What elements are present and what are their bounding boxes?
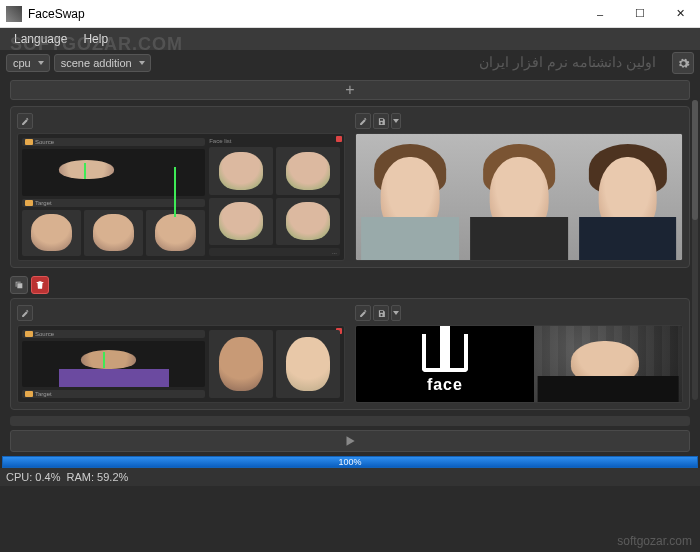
minimize-button[interactable]: – — [580, 0, 620, 27]
save-result-button-1[interactable] — [373, 113, 389, 129]
statusbar: CPU: 0.4% RAM: 59.2% — [0, 468, 700, 486]
edit-icon — [359, 117, 368, 126]
source-subpanel-wrap-2: Source Target — [17, 305, 345, 403]
result-toolbar-1 — [355, 113, 683, 129]
cpu-value: 0.4% — [35, 471, 60, 483]
save-result-button-2[interactable] — [373, 305, 389, 321]
result-subpanel-wrap-1 — [355, 113, 683, 261]
maximize-button[interactable]: ☐ — [620, 0, 660, 27]
folder-icon — [25, 200, 33, 206]
titlebar: FaceSwap – ☐ ✕ — [0, 0, 700, 28]
result-toolbar-2 — [355, 305, 683, 321]
result-subpanel-wrap-2: face — [355, 305, 683, 403]
watermark-corner: softgozar.com — [617, 534, 692, 548]
ram-label: RAM: — [67, 471, 95, 483]
window-title: FaceSwap — [28, 7, 580, 21]
source-toolbar-1 — [17, 113, 345, 129]
save-options-dropdown-1[interactable] — [391, 113, 401, 129]
source-panel-1[interactable]: Source Target Face list — [17, 133, 345, 261]
result-image-1 — [356, 134, 682, 260]
scene-panel-2-wrapper: Source Target — [10, 276, 690, 410]
horizontal-scrollbar[interactable] — [10, 416, 690, 426]
edit-icon — [359, 309, 368, 318]
add-row-button[interactable]: + — [10, 80, 690, 100]
source-toolbar-2 — [17, 305, 345, 321]
ram-value: 59.2% — [97, 471, 128, 483]
scene-panel-1-wrapper: Source Target Face list — [10, 104, 690, 268]
result-image-2: face — [356, 326, 682, 402]
app-icon — [6, 6, 22, 22]
scene-panel-1: Source Target Face list — [10, 106, 690, 268]
save-options-dropdown-2[interactable] — [391, 305, 401, 321]
result-panel-1[interactable] — [355, 133, 683, 261]
save-icon — [377, 117, 386, 126]
gear-icon — [677, 57, 690, 70]
edit-result-button-1[interactable] — [355, 113, 371, 129]
window-controls: – ☐ ✕ — [580, 0, 700, 27]
settings-button[interactable] — [672, 52, 694, 74]
logo-text: face — [427, 376, 463, 394]
menubar: Language Help — [0, 28, 700, 50]
cpu-label: CPU: — [6, 471, 32, 483]
device-dropdown[interactable]: cpu — [6, 54, 50, 72]
menu-help[interactable]: Help — [75, 29, 116, 49]
result-panel-2[interactable]: face — [355, 325, 683, 403]
edit-source-button-1[interactable] — [17, 113, 33, 129]
main-content: Source Target Face list — [0, 104, 700, 410]
plus-icon: + — [345, 81, 354, 99]
folder-icon — [25, 139, 33, 145]
trash-icon — [35, 280, 45, 290]
delete-scene-button[interactable] — [31, 276, 49, 294]
edit-icon — [21, 117, 30, 126]
run-button[interactable] — [10, 430, 690, 452]
progress-bar: 100% — [2, 456, 698, 468]
source-panel-2[interactable]: Source Target — [17, 325, 345, 403]
scene-panel-2: Source Target — [10, 298, 690, 410]
folder-icon — [25, 391, 33, 397]
mode-dropdown[interactable]: scene addition — [54, 54, 151, 72]
close-button[interactable]: ✕ — [660, 0, 700, 27]
duplicate-scene-button[interactable] — [10, 276, 28, 294]
play-icon — [343, 434, 357, 448]
result-logo: face — [356, 326, 534, 402]
save-icon — [377, 309, 386, 318]
source-subpanel-wrap-1: Source Target Face list — [17, 113, 345, 261]
edit-icon — [21, 309, 30, 318]
source-thumbnail-2: Source Target — [18, 326, 344, 402]
source-thumbnail-1: Source Target Face list — [18, 134, 344, 260]
folder-icon — [25, 331, 33, 337]
edit-result-button-2[interactable] — [355, 305, 371, 321]
vertical-scrollbar[interactable] — [692, 100, 698, 400]
copy-icon — [14, 280, 24, 290]
progress-percent: 100% — [338, 457, 361, 467]
toolbar: cpu scene addition — [0, 50, 700, 76]
edit-source-button-2[interactable] — [17, 305, 33, 321]
scrollbar-thumb[interactable] — [692, 100, 698, 220]
menu-language[interactable]: Language — [6, 29, 75, 49]
